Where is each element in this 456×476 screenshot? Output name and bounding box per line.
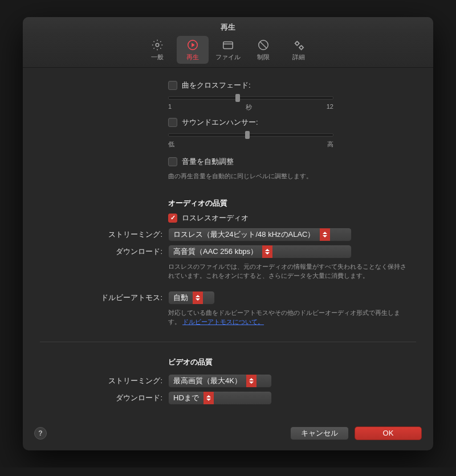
lossless-label: ロスレスオーディオ	[182, 213, 249, 223]
folder-icon	[212, 38, 244, 52]
tab-files[interactable]: ファイル	[212, 36, 244, 64]
help-button[interactable]: ?	[34, 427, 47, 440]
window-title: 再生	[23, 17, 433, 34]
tab-label: ファイル	[212, 53, 244, 61]
audio-quality-heading: オーディオの品質	[168, 198, 416, 208]
tab-restrictions[interactable]: 制限	[247, 36, 279, 64]
audio-streaming-label: ストリーミング:	[40, 228, 168, 240]
video-streaming-select[interactable]: 最高画質（最大4K）	[168, 374, 272, 388]
select-value: ロスレス（最大24ビット/48 kHzのALAC）	[169, 229, 320, 240]
checkbox-icon	[168, 157, 177, 166]
svg-point-5	[300, 46, 303, 50]
enhancer-slider[interactable]: 低 高	[168, 133, 333, 149]
slider-min: 1	[168, 103, 172, 112]
tab-label: 一般	[141, 53, 173, 61]
select-value: 高音質（AAC 256 kbps）	[169, 247, 262, 257]
slider-max: 12	[327, 103, 333, 112]
tab-playback[interactable]: 再生	[177, 36, 209, 64]
video-download-select[interactable]: HDまで	[168, 391, 272, 405]
checkbox-icon	[168, 81, 177, 90]
video-streaming-label: ストリーミング:	[40, 374, 168, 386]
toolbar: 一般 再生 ファイル 制限 詳細	[23, 34, 433, 68]
svg-point-4	[296, 42, 299, 46]
audio-streaming-select[interactable]: ロスレス（最大24ビット/48 kHzのALAC）	[168, 228, 352, 241]
select-value: 最高画質（最大4K）	[169, 376, 246, 386]
cancel-button[interactable]: キャンセル	[290, 426, 349, 440]
footer: ? キャンセル OK	[23, 420, 433, 450]
checkbox-icon	[168, 118, 177, 127]
ok-button[interactable]: OK	[355, 426, 422, 440]
crossfade-label: 曲をクロスフェード:	[182, 80, 251, 91]
stepper-icon	[203, 392, 214, 404]
svg-point-0	[156, 43, 159, 47]
gear-icon	[141, 38, 173, 52]
select-value: HDまで	[169, 393, 203, 403]
tab-label: 制限	[247, 53, 279, 61]
gears-icon	[283, 38, 315, 52]
soundcheck-hint: 曲の再生音量を自動的に同じレベルに調整します。	[168, 171, 416, 181]
soundcheck-checkbox[interactable]: 音量を自動調整	[168, 157, 234, 167]
crossfade-slider[interactable]: 1 秒 12	[168, 96, 333, 112]
atmos-select[interactable]: 自動	[168, 291, 215, 305]
tab-label: 再生	[177, 53, 209, 61]
stepper-icon	[320, 228, 330, 241]
enhancer-checkbox[interactable]: サウンドエンハンサー:	[168, 117, 258, 128]
audio-download-label: ダウンロード:	[40, 245, 168, 257]
stepper-icon	[262, 245, 272, 258]
lossless-hint: ロスレスのファイルでは、元のオーディオの情報量がすべて失われることなく保持されて…	[168, 262, 408, 281]
divider	[40, 342, 416, 342]
video-quality-heading: ビデオの品質	[168, 357, 416, 367]
play-icon	[177, 38, 209, 52]
tab-general[interactable]: 一般	[141, 36, 173, 64]
checkbox-icon	[168, 214, 177, 223]
enhancer-label: サウンドエンハンサー:	[182, 117, 258, 128]
preferences-window: 再生 一般 再生 ファイル 制限	[23, 17, 433, 450]
slider-high: 高	[327, 140, 333, 149]
soundcheck-label: 音量を自動調整	[182, 157, 234, 167]
slider-unit: 秒	[246, 103, 252, 112]
select-value: 自動	[169, 293, 193, 303]
slider-low: 低	[168, 140, 174, 149]
video-download-label: ダウンロード:	[40, 391, 168, 403]
tab-label: 詳細	[283, 53, 315, 61]
prohibit-icon	[247, 38, 279, 52]
crossfade-checkbox[interactable]: 曲をクロスフェード:	[168, 80, 251, 91]
atmos-link[interactable]: ドルビーアトモスについて。	[182, 318, 264, 325]
atmos-hint: 対応している曲をドルビーアトモスやその他のドルビーオーディオ形式で再生します。 …	[168, 308, 408, 327]
svg-rect-2	[223, 42, 233, 49]
body: 曲をクロスフェード: 1 秒 12 サウンドエンハンサー:	[23, 68, 433, 420]
lossless-checkbox[interactable]: ロスレスオーディオ	[168, 213, 249, 223]
atmos-label: ドルビーアトモス:	[40, 291, 168, 303]
audio-download-select[interactable]: 高音質（AAC 256 kbps）	[168, 245, 352, 258]
stepper-icon	[246, 375, 256, 387]
stepper-icon	[193, 292, 203, 304]
tab-advanced[interactable]: 詳細	[283, 36, 315, 64]
